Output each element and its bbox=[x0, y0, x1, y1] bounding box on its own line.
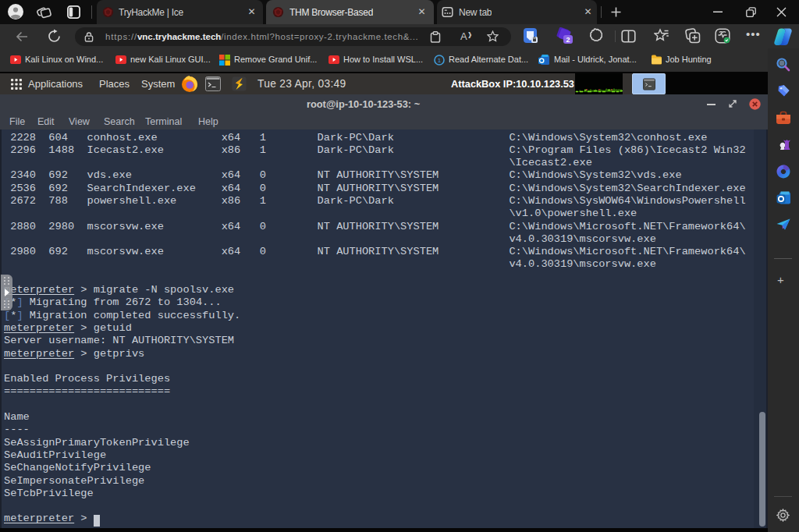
svg-text:2: 2 bbox=[566, 36, 570, 44]
svg-text:1: 1 bbox=[438, 57, 442, 64]
